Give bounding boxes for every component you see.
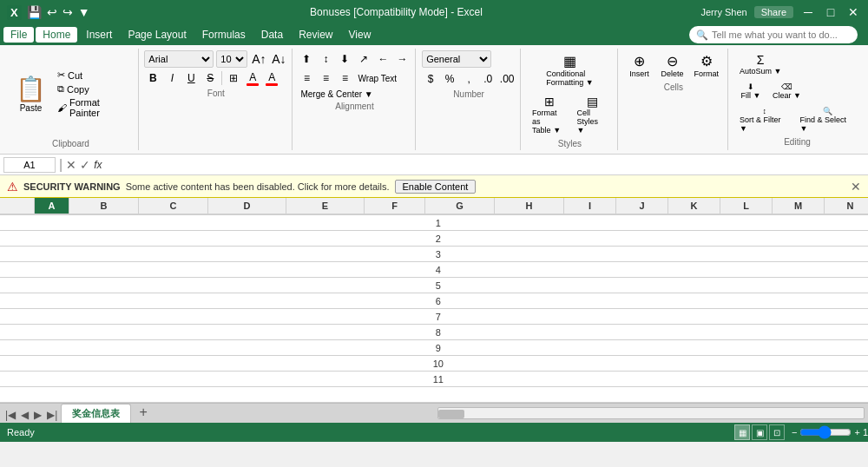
percent-button[interactable]: % <box>441 70 458 88</box>
menu-item-view[interactable]: View <box>342 27 378 43</box>
col-header-b[interactable]: B <box>69 198 139 214</box>
align-middle-button[interactable]: ↕ <box>317 50 334 68</box>
format-as-table-button[interactable]: ⊞ Format asTable ▼ <box>528 92 571 137</box>
col-header-a[interactable]: A <box>35 198 69 214</box>
cancel-icon[interactable]: ✕ <box>66 158 76 172</box>
insert-cells-button[interactable]: ⊕ Insert <box>624 50 655 81</box>
search-input[interactable] <box>712 30 851 40</box>
indent-increase-button[interactable]: → <box>393 50 411 68</box>
col-header-k[interactable]: K <box>668 198 720 214</box>
align-left-button[interactable]: ≡ <box>298 69 315 87</box>
next-sheet-button[interactable]: ▶ <box>32 407 43 423</box>
close-button[interactable]: ✕ <box>845 4 861 20</box>
redo-icon[interactable]: ↪ <box>61 3 75 21</box>
conditional-formatting-button[interactable]: ▦ ConditionalFormatting ▼ <box>542 50 597 89</box>
zoom-slider-input[interactable] <box>799 425 852 439</box>
col-header-n[interactable]: N <box>825 198 868 214</box>
horizontal-scroll-thumb[interactable] <box>438 410 464 418</box>
format-cells-button[interactable]: ⚙ Format <box>690 50 724 81</box>
cell-reference-input[interactable] <box>3 157 56 173</box>
find-select-button[interactable]: 🔍 Find & Select ▼ <box>796 104 859 135</box>
menu-item-insert[interactable]: Insert <box>79 27 119 43</box>
menu-item-review[interactable]: Review <box>292 27 339 43</box>
col-header-g[interactable]: G <box>425 198 495 214</box>
underline-button[interactable]: U <box>182 69 200 87</box>
font-color-button[interactable]: A <box>263 69 280 87</box>
sheet-tab-bonuses[interactable]: 奖金信息表 <box>61 404 131 423</box>
wrap-text-button[interactable]: Wrap Text <box>355 73 399 84</box>
normal-view-button[interactable]: ▦ <box>734 424 750 440</box>
formula-input[interactable] <box>106 159 865 171</box>
clear-button[interactable]: ⌫ Clear ▼ <box>768 80 806 102</box>
decrease-decimal-button[interactable]: .00 <box>498 70 516 88</box>
col-header-i[interactable]: I <box>564 198 616 214</box>
align-center-button[interactable]: ≡ <box>317 69 334 87</box>
merge-center-button[interactable]: Merge & Center ▼ <box>298 89 375 100</box>
first-sheet-button[interactable]: |◀ <box>3 407 17 423</box>
confirm-icon[interactable]: ✓ <box>80 158 90 172</box>
last-sheet-button[interactable]: ▶| <box>45 407 59 423</box>
menu-item-formulas[interactable]: Formulas <box>195 27 253 43</box>
indent-decrease-button[interactable]: ← <box>374 50 391 68</box>
page-break-view-button[interactable]: ⊡ <box>769 424 785 440</box>
add-sheet-button[interactable]: + <box>135 404 152 421</box>
format-painter-button[interactable]: 🖌 Format Painter <box>55 96 133 119</box>
enable-content-button[interactable]: Enable Content <box>395 180 477 194</box>
align-right-button[interactable]: ≡ <box>336 69 353 87</box>
col-header-l[interactable]: L <box>720 198 773 214</box>
sort-filter-button[interactable]: ↕ Sort & Filter ▼ <box>735 104 794 135</box>
col-header-d[interactable]: D <box>208 198 286 214</box>
fill-color-button[interactable]: A <box>244 69 261 87</box>
zoom-out-icon[interactable]: − <box>792 427 797 437</box>
currency-button[interactable]: $ <box>422 70 439 88</box>
maximize-button[interactable]: □ <box>823 4 838 20</box>
prev-sheet-button[interactable]: ◀ <box>19 407 30 423</box>
align-top-button[interactable]: ⬆ <box>298 50 315 68</box>
col-header-f[interactable]: F <box>365 198 425 214</box>
italic-button[interactable]: I <box>163 69 181 87</box>
menu-item-home[interactable]: Home <box>36 27 77 43</box>
col-header-c[interactable]: C <box>139 198 208 214</box>
row-num-4[interactable]: 4 <box>0 262 868 278</box>
copy-button[interactable]: ⧉ Copy <box>55 82 133 95</box>
align-bottom-button[interactable]: ⬇ <box>336 50 353 68</box>
row-num-5[interactable]: 5 <box>0 278 868 293</box>
font-size-select[interactable]: 10 <box>216 50 247 68</box>
strikethrough-button[interactable]: S <box>201 69 219 87</box>
fill-button[interactable]: ⬇ Fill ▼ <box>735 80 766 102</box>
bold-button[interactable]: B <box>144 69 161 87</box>
minimize-button[interactable]: ─ <box>800 4 816 20</box>
share-button[interactable]: Share <box>754 6 793 18</box>
paste-button[interactable]: 📋 Paste <box>9 71 53 116</box>
row-num-1[interactable]: 1 <box>0 215 868 231</box>
row-num-3[interactable]: 3 <box>0 247 868 262</box>
cell-styles-button[interactable]: ▤ CellStyles ▼ <box>573 92 612 137</box>
increase-decimal-button[interactable]: .0 <box>479 70 496 88</box>
row-num-9[interactable]: 9 <box>0 340 868 356</box>
horizontal-scrollbar[interactable] <box>437 407 865 419</box>
col-header-e[interactable]: E <box>286 198 365 214</box>
row-num-6[interactable]: 6 <box>0 293 868 309</box>
delete-cells-button[interactable]: ⊖ Delete <box>657 50 688 81</box>
number-format-select[interactable]: General <box>422 50 491 68</box>
autosum-button[interactable]: Σ AutoSum ▼ <box>735 50 786 78</box>
page-layout-view-button[interactable]: ▣ <box>752 424 767 440</box>
border-button[interactable]: ⊞ <box>225 69 242 87</box>
menu-item-file[interactable]: File <box>3 27 34 43</box>
menu-item-page-layout[interactable]: Page Layout <box>121 27 193 43</box>
zoom-in-icon[interactable]: + <box>854 427 859 437</box>
row-num-10[interactable]: 10 <box>0 356 868 372</box>
comma-button[interactable]: , <box>460 70 477 88</box>
cell-partial-0[interactable] <box>0 387 868 403</box>
col-header-h[interactable]: H <box>495 198 564 214</box>
undo-icon[interactable]: ↩ <box>45 3 59 21</box>
increase-font-btn[interactable]: A↑ <box>250 50 267 68</box>
row-num-7[interactable]: 7 <box>0 309 868 325</box>
grid-area[interactable]: A B C D E F G H I J K L M N <box>0 198 868 403</box>
text-direction-button[interactable]: ↗ <box>355 50 372 68</box>
security-close-button[interactable]: ✕ <box>851 180 861 194</box>
col-header-j[interactable]: J <box>616 198 668 214</box>
menu-item-data[interactable]: Data <box>254 27 290 43</box>
col-header-m[interactable]: M <box>773 198 825 214</box>
search-bar[interactable]: 🔍 <box>689 26 858 43</box>
